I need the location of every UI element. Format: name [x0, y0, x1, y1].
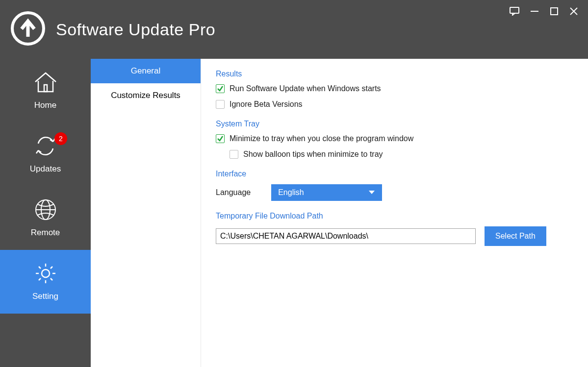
sidebar-item-updates[interactable]: 2 Updates: [0, 122, 91, 186]
subnav-item-customize-results[interactable]: Customize Results: [91, 83, 201, 108]
brand: Software Update Pro: [10, 10, 215, 49]
download-path-row: Select Path: [216, 226, 573, 246]
titlebar: Software Update Pro: [0, 0, 588, 59]
body: Home 2 Updates Remote Setting General Cu…: [0, 59, 588, 367]
gear-icon: [33, 262, 58, 287]
svg-line-18: [39, 278, 41, 280]
chevron-down-icon: [368, 188, 375, 197]
sidebar-item-label: Setting: [32, 292, 58, 301]
minimize-icon[interactable]: [530, 7, 539, 16]
language-label: Language: [216, 188, 251, 197]
group-header-download-path: Temporary File Download Path: [216, 212, 573, 220]
language-value: English: [278, 188, 304, 197]
option-label: Ignore Beta Versions: [230, 100, 303, 109]
option-ignore-beta[interactable]: Ignore Beta Versions: [216, 100, 573, 109]
updates-badge: 2: [54, 132, 67, 145]
feedback-icon[interactable]: [510, 7, 519, 16]
option-balloon-tips[interactable]: Show balloon tips when minimize to tray: [230, 150, 573, 159]
close-icon[interactable]: [569, 7, 578, 16]
group-header-interface: Interface: [216, 170, 573, 178]
home-icon: [33, 71, 58, 96]
checkbox-icon[interactable]: [216, 84, 225, 93]
maximize-icon[interactable]: [550, 7, 559, 16]
content: Results Run Software Update when Windows…: [201, 59, 588, 367]
svg-line-16: [51, 278, 52, 280]
option-label: Show balloon tips when minimize to tray: [243, 150, 383, 159]
group-header-tray: System Tray: [216, 120, 573, 128]
sidebar-item-remote[interactable]: Remote: [0, 186, 91, 250]
subnav: General Customize Results: [91, 59, 201, 367]
checkbox-icon[interactable]: [216, 100, 225, 109]
select-path-button[interactable]: Select Path: [485, 226, 546, 246]
download-path-input[interactable]: [216, 228, 476, 244]
checkbox-icon[interactable]: [230, 150, 238, 159]
option-label: Run Software Update when Windows starts: [230, 84, 381, 93]
globe-icon: [33, 198, 58, 223]
sync-icon: [33, 135, 58, 159]
svg-rect-6: [44, 85, 47, 92]
group-header-results: Results: [216, 70, 573, 78]
svg-line-17: [51, 267, 52, 269]
svg-rect-1: [510, 7, 519, 13]
sidebar-item-home[interactable]: Home: [0, 59, 91, 122]
sidebar-item-label: Updates: [30, 164, 61, 174]
language-row: Language English: [216, 184, 573, 201]
svg-point-10: [42, 269, 50, 277]
app-title: Software Update Pro: [56, 20, 215, 39]
subnav-item-general[interactable]: General: [91, 59, 201, 83]
svg-line-15: [39, 267, 41, 269]
sidebar-item-setting[interactable]: Setting: [0, 250, 91, 314]
svg-rect-3: [551, 8, 558, 15]
language-select[interactable]: English: [271, 184, 382, 201]
checkbox-icon[interactable]: [216, 134, 225, 143]
option-run-on-start[interactable]: Run Software Update when Windows starts: [216, 84, 573, 93]
option-label: Minimize to tray when you close the prog…: [230, 134, 413, 143]
sidebar-item-label: Home: [34, 100, 56, 110]
option-minimize-to-tray[interactable]: Minimize to tray when you close the prog…: [216, 134, 573, 143]
sidebar-item-label: Remote: [31, 228, 60, 238]
app-logo-icon: [10, 10, 46, 49]
window-controls: [510, 0, 578, 16]
sidebar: Home 2 Updates Remote Setting: [0, 59, 91, 367]
